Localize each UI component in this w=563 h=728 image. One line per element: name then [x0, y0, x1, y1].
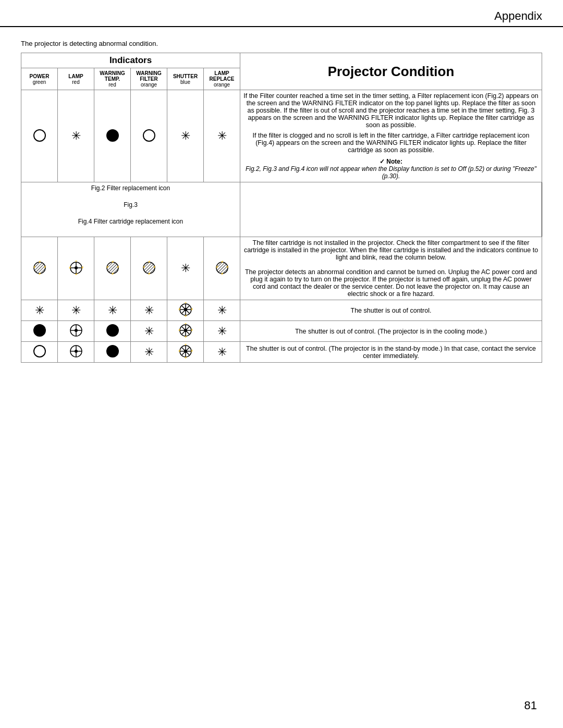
svg-text:⚡: ⚡	[190, 307, 193, 311]
svg-point-73	[184, 350, 187, 353]
col-warning-filter: WARNINGFILTERorange	[131, 68, 167, 90]
col-lamp: LAMPred	[58, 68, 94, 90]
icon-circle	[143, 129, 155, 142]
indicator-cell-1-1: ⚡ ⚡ ⚡ ⚡	[58, 237, 94, 300]
svg-text:⚡: ⚡	[116, 265, 120, 269]
svg-text:⚡: ⚡	[215, 265, 219, 269]
icon-asterisk: ✳	[144, 304, 154, 317]
icon-dot	[106, 345, 119, 357]
table-row: ⚡ ⚡ ⚡ ⚡ ⚡ ⚡ ⚡ ⚡	[21, 237, 542, 300]
page-number: 81	[524, 699, 537, 712]
icon-asterisk: ✳	[181, 129, 190, 142]
table-row: ✳✳✳If the Filter counter reached a time …	[21, 90, 542, 182]
indicator-cell-2-2: ✳	[94, 300, 131, 321]
icon-asterisk: ✳	[217, 346, 227, 359]
indicator-cell-4-0	[21, 342, 58, 363]
icon-asterisk: ✳	[71, 129, 81, 142]
indicator-cell-2-0: ✳	[21, 300, 58, 321]
indicator-cell-0-4: ✳	[167, 90, 204, 182]
svg-text:⚡: ⚡	[184, 335, 188, 338]
icon-blink-crosshair: ⚡ ⚡ ⚡ ⚡	[69, 261, 83, 275]
appendix-title: Appendix	[494, 9, 542, 22]
svg-text:⚡: ⚡	[111, 272, 115, 275]
indicator-cell-2-4: ⚡ ⚡ ⚡ ⚡	[167, 300, 204, 321]
svg-text:⚡: ⚡	[75, 273, 78, 275]
condition-text: The filter cartridge is not installed in…	[244, 239, 538, 261]
indicator-cell-1-5: ⚡ ⚡ ⚡ ⚡	[204, 237, 240, 300]
icon-asterisk: ✳	[217, 304, 227, 317]
svg-point-59	[184, 329, 187, 332]
fig-area: Fig.2 Filter replacement iconFig.3Fig.4 …	[21, 182, 240, 237]
svg-text:⚡: ⚡	[184, 356, 188, 359]
icon-circle	[33, 345, 46, 357]
indicator-cell-0-0	[21, 90, 58, 182]
condition-text: If the Filter counter reached a time set…	[243, 92, 538, 129]
indicator-cell-1-3: ⚡ ⚡ ⚡ ⚡	[131, 237, 167, 300]
projector-condition-header: Projector Condition	[240, 53, 542, 90]
indicator-cell-1-2: ⚡ ⚡ ⚡ ⚡	[94, 237, 131, 300]
condition-cell-2: The shutter is out of control.	[240, 300, 542, 321]
col-power: POWERgreen	[21, 68, 58, 90]
indicator-cell-2-5: ✳	[204, 300, 240, 321]
svg-text:⚡: ⚡	[106, 265, 109, 269]
table-row: ✳ ⚡ ⚡ ⚡ ⚡ ✳The shutter is out of control…	[21, 321, 542, 342]
indicator-cell-0-2	[94, 90, 131, 182]
icon-asterisk: ✳	[217, 325, 227, 338]
icon-asterisk: ✳	[217, 129, 227, 142]
col-shutter: SHUTTERblue	[167, 68, 204, 90]
icon-blink-shutter: ⚡ ⚡ ⚡ ⚡	[178, 323, 193, 338]
icon-asterisk: ✳	[144, 346, 154, 359]
condition-cell-3: The shutter is out of control. (The proj…	[240, 321, 542, 342]
indicator-cell-3-3: ✳	[131, 321, 167, 342]
indicator-cell-3-1	[58, 321, 94, 342]
icon-blink-hatch: ⚡ ⚡ ⚡ ⚡	[215, 261, 229, 275]
indicator-cell-0-3	[131, 90, 167, 182]
condition-text: The projector detects an abnormal condit…	[245, 268, 537, 298]
svg-text:⚡: ⚡	[190, 328, 193, 332]
indicator-cell-0-5: ✳	[204, 90, 240, 182]
note-label: ✓ Note:	[380, 158, 402, 165]
condition-cell-4: The shutter is out of control. (The proj…	[240, 342, 542, 363]
condition-text: The shutter is out of control.	[351, 307, 432, 314]
fig-row: Fig.2 Filter replacement iconFig.3Fig.4 …	[21, 182, 542, 237]
indicator-cell-3-4: ⚡ ⚡ ⚡ ⚡	[167, 321, 204, 342]
icon-blink-shutter: ⚡ ⚡ ⚡ ⚡	[178, 302, 193, 317]
indicator-cell-3-5: ✳	[204, 321, 240, 342]
icon-dot	[106, 324, 119, 337]
svg-text:⚡: ⚡	[142, 265, 146, 269]
note-area: ✓ Note: Fig.2, Fig.3 and Fig.4 icon will…	[243, 158, 538, 180]
indicator-cell-3-2	[94, 321, 131, 342]
svg-point-53	[75, 329, 78, 332]
svg-text:⚡: ⚡	[221, 272, 224, 275]
icon-asterisk: ✳	[144, 325, 154, 338]
condition-text: The shutter is out of control. (The proj…	[295, 328, 487, 335]
table-row: ✳ ⚡ ⚡ ⚡ ⚡ ✳The shutter is out of control…	[21, 342, 542, 363]
fig-label: Fig.3	[25, 201, 237, 208]
svg-text:⚡: ⚡	[81, 266, 83, 269]
indicator-cell-4-2	[94, 342, 131, 363]
icon-dot	[33, 324, 46, 337]
icon-crosshair	[69, 344, 83, 359]
icon-dot	[106, 129, 119, 142]
indicator-cell-0-1: ✳	[58, 90, 94, 182]
condition-cell-1: The filter cartridge is not installed in…	[240, 237, 542, 300]
main-table: Indicators Projector Condition POWERgree…	[21, 53, 542, 363]
icon-blink-hatch: ⚡ ⚡ ⚡ ⚡	[32, 261, 47, 275]
svg-text:⚡: ⚡	[33, 265, 36, 269]
page-content: The projector is detecting abnormal cond…	[0, 27, 563, 384]
condition-text: If the filter is clogged and no scroll i…	[243, 132, 538, 154]
indicator-cell-4-5: ✳	[204, 342, 240, 363]
condition-text: The shutter is out of control. (The proj…	[246, 345, 536, 360]
icon-asterisk: ✳	[71, 304, 81, 317]
svg-point-67	[75, 350, 78, 353]
indicator-cell-2-3: ✳	[131, 300, 167, 321]
svg-text:⚡: ⚡	[226, 265, 229, 269]
svg-point-45	[184, 308, 187, 311]
icon-blink-shutter: ⚡ ⚡ ⚡ ⚡	[178, 344, 193, 359]
condition-cell-0: If the Filter counter reached a time set…	[240, 90, 542, 182]
fig-label: Fig.2 Filter replacement icon	[25, 184, 237, 192]
svg-point-11	[75, 266, 78, 269]
indicator-cell-4-3: ✳	[131, 342, 167, 363]
icon-asterisk: ✳	[181, 262, 190, 275]
col-lamp-replace: LAMPREPLACEorange	[204, 68, 240, 90]
